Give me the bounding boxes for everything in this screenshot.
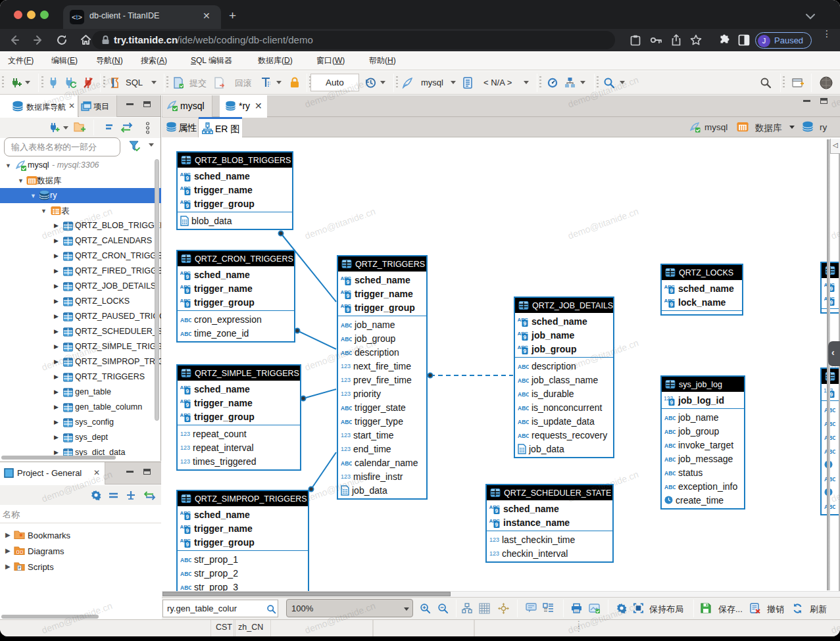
svg-text:ABC: ABC [518,418,529,425]
svg-text:9: 9 [830,299,833,306]
svg-text:ABC: ABC [518,377,529,383]
svg-text:9: 9 [495,508,499,514]
svg-text:ABC: ABC [518,363,529,369]
svg-text:ABC: ABC [180,316,191,323]
svg-text:ABC: ABC [664,469,676,476]
svg-text:ABC: ABC [664,414,676,421]
svg-text:9: 9 [524,320,527,327]
svg-text:123: 123 [489,536,499,543]
svg-text:9: 9 [186,301,189,308]
svg-text:9: 9 [186,527,189,534]
svg-text:9: 9 [186,189,189,195]
svg-text:ABC: ABC [341,349,352,356]
svg-text:9: 9 [186,541,189,548]
svg-text:123: 123 [489,550,499,557]
svg-text:9: 9 [186,273,189,280]
svg-text:123: 123 [180,431,190,437]
svg-text:ABC: ABC [341,335,352,342]
svg-text:ABC: ABC [664,456,676,462]
svg-text:ABC: ABC [518,391,529,397]
svg-text:ABC: ABC [341,404,352,411]
svg-text:9: 9 [186,287,189,294]
svg-text:ABC: ABC [180,556,191,563]
svg-text:ABC: ABC [341,460,352,466]
svg-text:9: 9 [186,415,189,422]
svg-text:9: 9 [495,521,499,528]
svg-text:9: 9 [186,388,189,394]
svg-text:ABC: ABC [180,330,191,337]
svg-text:ABC: ABC [664,442,676,448]
svg-text:9: 9 [830,391,833,398]
svg-text:9: 9 [347,306,350,313]
svg-text:9: 9 [524,348,527,354]
svg-text:9: 9 [347,293,350,299]
svg-text:123: 123 [341,363,351,369]
svg-text:123: 123 [180,458,190,465]
svg-text:ABC: ABC [664,428,676,435]
svg-text:123: 123 [341,432,351,439]
svg-text:9: 9 [186,175,189,181]
svg-text:9: 9 [186,513,189,520]
svg-text:123: 123 [341,446,351,452]
svg-text:123: 123 [341,473,351,480]
svg-text:123: 123 [341,391,351,397]
svg-text:9: 9 [186,202,189,209]
svg-text:9: 9 [670,287,674,294]
svg-text:9: 9 [670,399,674,406]
svg-text:9: 9 [524,334,527,341]
svg-text:9: 9 [670,301,674,308]
svg-text:ABC: ABC [341,321,352,328]
svg-text:9: 9 [347,279,350,285]
svg-text:9: 9 [830,285,833,292]
svg-text:ABC: ABC [518,404,529,411]
svg-text:123: 123 [180,444,190,451]
svg-text:123: 123 [341,377,351,383]
svg-text:ABC: ABC [664,483,676,490]
svg-text:ABC: ABC [180,584,191,590]
svg-text:9: 9 [186,402,189,408]
svg-text:ABC: ABC [518,432,529,439]
svg-text:ABC: ABC [180,570,191,577]
svg-text:ABC: ABC [341,418,352,425]
